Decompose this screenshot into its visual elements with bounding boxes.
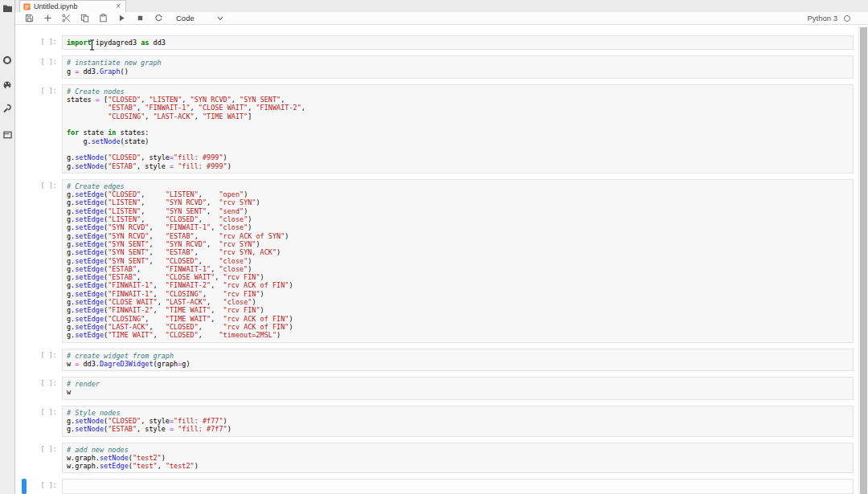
cell-input-prompt: [ ]: (27, 35, 60, 50)
code-line: # create widget from graph (67, 352, 850, 360)
code-line: # add new nodes (67, 446, 850, 454)
interrupt-kernel-button[interactable] (136, 14, 145, 23)
running-circle-icon (2, 55, 12, 65)
cell-input-prompt: [ ]: (27, 55, 60, 79)
code-line: # Create edges (67, 182, 850, 190)
cell-input-prompt: [ ]: (27, 479, 60, 493)
code-line: g.setEdge("LISTEN", "SYN RCVD", "rcv SYN… (67, 198, 850, 206)
paste-cells-button[interactable] (99, 14, 108, 23)
copy-icon (80, 14, 89, 22)
code-line: # Style nodes (67, 409, 850, 417)
wrench-icon (2, 104, 12, 113)
code-line: w (67, 388, 850, 396)
cell-code-editor[interactable]: # Style nodesg.setNode("CLOSED", style="… (62, 406, 854, 437)
notebook-panel[interactable]: [ ]:import ipydagred3 as dd3[ ]:# instan… (15, 26, 868, 494)
code-line: w = dd3.DagreD3Widget(graph=g) (67, 360, 850, 368)
cell-code-editor[interactable]: # Create nodesstates = ["CLOSED", "LISTE… (62, 84, 854, 174)
code-line: "CLOSING", "LAST-ACK", "TIME WAIT"] (67, 112, 850, 120)
notebook-cell[interactable]: [ ]: (22, 479, 854, 493)
copy-cells-button[interactable] (80, 14, 90, 23)
notebook-cell[interactable]: [ ]:# renderw (22, 377, 854, 400)
kernel-switcher[interactable]: Python 3 (808, 14, 864, 22)
cell-code-editor[interactable]: # Create edgesg.setEdge("CLOSED", "LISTE… (62, 179, 854, 343)
plus-icon (43, 14, 52, 22)
code-line: g.setEdge("FINWAIT-1", "FINWAIT-2", "rcv… (67, 281, 850, 289)
cell-code-editor[interactable]: # instantiate new graphg = dd3.Graph() (62, 55, 854, 79)
notebook-cell[interactable]: [ ]:# create widget from graphw = dd3.Da… (22, 349, 854, 372)
play-icon (117, 14, 126, 22)
code-line: g.setEdge("LISTEN", "SYN SENT", "send") (67, 207, 850, 215)
cell-code-editor[interactable]: import ipydagred3 as dd3 (62, 35, 854, 50)
restart-kernel-button[interactable] (154, 14, 164, 23)
cell-type-dropdown[interactable]: Code (176, 14, 223, 22)
code-line: g.setNode("CLOSED", style="fill: #f77") (67, 417, 850, 425)
code-line: states = ["CLOSED", "LISTEN", "SYN RCVD"… (67, 96, 850, 104)
save-button[interactable] (25, 14, 35, 23)
notebook-cell[interactable]: [ ]:# Style nodesg.setNode("CLOSED", sty… (22, 406, 854, 437)
cell-input-prompt: [ ]: (27, 349, 60, 372)
tab-bar: Untitled.ipynb × (15, 0, 868, 13)
code-line: g.setEdge("CLOSING", "TIME WAIT", "rcv A… (67, 315, 850, 323)
cell-code-editor[interactable] (62, 479, 854, 493)
cell-code-editor[interactable]: # renderw (62, 377, 854, 400)
insert-cell-button[interactable] (43, 14, 53, 23)
code-line (67, 145, 850, 153)
activity-bar (0, 0, 15, 494)
run-cell-button[interactable] (117, 14, 127, 23)
code-line: g.setEdge("ESTAB", "CLOSE WAIT", "rcv FI… (67, 273, 850, 281)
notebook-cell[interactable]: [ ]:# add new nodesw.graph.setNode("test… (22, 443, 854, 474)
code-line: # instantiate new graph (67, 59, 850, 67)
tabs-icon (2, 130, 13, 139)
code-line: # Create nodes (67, 88, 850, 96)
folder-icon (2, 4, 13, 13)
running-sessions-icon[interactable] (2, 55, 13, 66)
scrollbar-thumb[interactable] (860, 27, 867, 494)
chevron-down-icon (217, 16, 223, 21)
code-line: g.setNode(state) (67, 137, 850, 145)
vertical-scrollbar[interactable] (858, 26, 868, 494)
open-tabs-icon[interactable] (2, 129, 13, 140)
code-line: g.setEdge("CLOSED", "LISTEN", "open") (67, 190, 850, 198)
code-line: g.setNode("ESTAB", style = "fill: #7f7") (67, 425, 850, 433)
tab-close-icon[interactable]: × (114, 2, 122, 10)
code-line: g.setEdge("ESTAB", "FINWAIT-1", "close") (67, 265, 850, 273)
property-inspector-icon[interactable] (2, 103, 13, 114)
code-line: g = dd3.Graph() (67, 67, 850, 76)
code-line: g.setEdge("TIME WAIT", "CLOSED", "timeou… (67, 331, 850, 339)
cell-code-editor[interactable]: # add new nodesw.graph.setNode("test2")w… (62, 443, 854, 474)
code-line: g.setEdge("FINWAIT-2", "TIME WAIT", "rcv… (67, 306, 850, 314)
stop-icon (136, 14, 145, 22)
code-line: g.setEdge("SYN SENT", "CLOSED", "close") (67, 257, 850, 265)
cell-input-prompt: [ ]: (27, 377, 60, 400)
notebook-cell[interactable]: [ ]:# Create nodesstates = ["CLOSED", "L… (22, 84, 854, 174)
palette-icon (2, 80, 12, 90)
tab-untitled-notebook[interactable]: Untitled.ipynb × (19, 0, 126, 12)
code-line: # render (67, 380, 850, 388)
cell-input-prompt: [ ]: (27, 179, 60, 343)
command-palette-icon[interactable] (2, 80, 13, 91)
code-line: "ESTAB", "FINWAIT-1", "CLOSE WAIT", "FIN… (67, 104, 850, 112)
kernel-name-label: Python 3 (808, 14, 838, 22)
code-line: g.setEdge("SYN RCVD", "ESTAB", "rcv ACK … (67, 232, 850, 240)
kernel-status-icon (844, 15, 850, 22)
code-line: for state in states: (67, 129, 850, 137)
cell-input-prompt: [ ]: (27, 406, 60, 437)
code-line: g.setEdge("FINWAIT-1", "CLOSING", "rcv F… (67, 290, 850, 298)
notebook-toolbar: Code Python 3 (15, 12, 868, 25)
cell-type-label: Code (176, 14, 194, 22)
paste-icon (99, 14, 108, 22)
cut-cells-button[interactable] (62, 14, 72, 23)
notebook-cell[interactable]: [ ]:# Create edgesg.setEdge("CLOSED", "L… (22, 179, 854, 343)
cell-list: [ ]:import ipydagred3 as dd3[ ]:# instan… (22, 35, 854, 494)
cell-code-editor[interactable]: # create widget from graphw = dd3.DagreD… (62, 349, 854, 372)
file-browser-icon[interactable] (2, 2, 13, 14)
notebook-cell[interactable]: [ ]:import ipydagred3 as dd3 (22, 35, 854, 50)
scissors-icon (62, 14, 71, 22)
cell-input-prompt: [ ]: (27, 443, 60, 474)
code-line: g.setEdge("CLOSE WAIT", "LAST-ACK", "clo… (67, 298, 850, 306)
code-line: g.setEdge("SYN SENT", "SYN RCVD", "rcv S… (67, 240, 850, 248)
code-line: g.setEdge("LAST-ACK", "CLOSED", "rcv ACK… (67, 323, 850, 331)
code-line: g.setEdge("SYN SENT", "ESTAB", "rcv SYN,… (67, 248, 850, 256)
jupyterlab-window: Untitled.ipynb × (0, 0, 868, 494)
notebook-cell[interactable]: [ ]:# instantiate new graphg = dd3.Graph… (22, 55, 854, 79)
